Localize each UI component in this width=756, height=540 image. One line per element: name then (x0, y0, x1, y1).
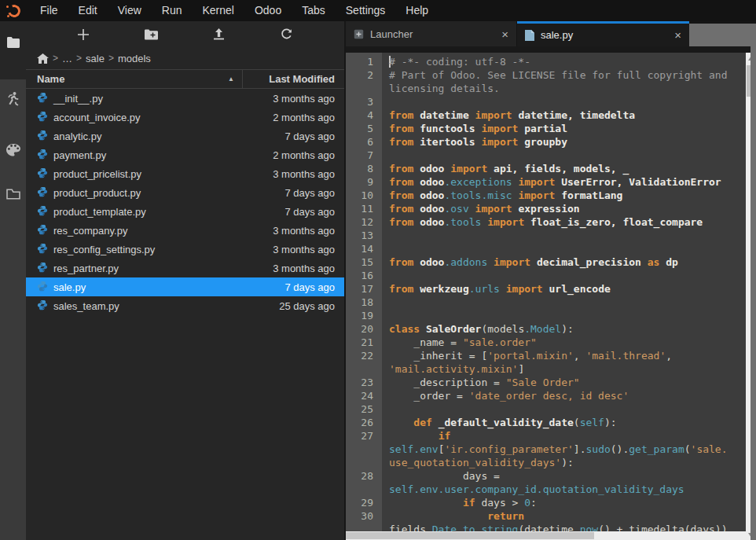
menu-item-run[interactable]: Run (152, 0, 193, 21)
tab-launcher[interactable]: Launcher× (346, 21, 517, 46)
breadcrumb-item-dots[interactable]: … (62, 53, 72, 64)
menu-item-file[interactable]: File (30, 0, 68, 21)
file-row[interactable]: res_partner.py3 months ago (26, 259, 344, 277)
line-number: 19 (346, 309, 382, 322)
file-row[interactable]: res_config_settings.py3 months ago (26, 240, 344, 259)
file-row[interactable]: sales_team.py25 days ago (26, 296, 344, 315)
refresh-icon[interactable] (276, 24, 298, 45)
palette-icon[interactable] (0, 139, 26, 161)
code-line: 11from odoo.osv import expression (346, 202, 746, 215)
home-icon[interactable] (37, 53, 49, 64)
new-folder-icon[interactable] (140, 24, 162, 45)
file-row[interactable]: analytic.py7 days ago (26, 127, 344, 145)
code-line: 6from itertools import groupby (346, 135, 746, 149)
column-name[interactable]: Name ▲ (26, 73, 242, 85)
python-file-icon (37, 130, 48, 143)
new-launcher-icon[interactable] (72, 24, 94, 45)
file-name-cell: product_pricelist.py (26, 167, 242, 181)
code-text: from odoo.addons import decimal_precisio… (382, 255, 678, 269)
file-name-cell: product_product.py (26, 186, 242, 200)
menu-item-help[interactable]: Help (395, 0, 439, 21)
code-line: use_quotation_validity_days'): (346, 456, 746, 469)
file-row[interactable]: res_company.py3 months ago (26, 221, 344, 240)
editor-panel: Launcher×sale.py× 1# -*- coding: utf-8 -… (346, 21, 756, 540)
breadcrumb-separator: > (76, 53, 82, 64)
upload-icon[interactable] (208, 24, 230, 45)
code-line: 19 (346, 309, 746, 322)
line-number: 1 (346, 55, 382, 68)
code-line: 'mail.activity.mixin'] (346, 362, 746, 376)
file-name-cell: payment.py (26, 149, 242, 162)
code-text: self.env['ir.config_parameter'].sudo().g… (382, 443, 728, 456)
menu-item-view[interactable]: View (108, 0, 152, 21)
line-number: 16 (346, 269, 382, 282)
file-name-cell: __init__.py (26, 92, 242, 105)
line-number: 7 (346, 149, 382, 162)
code-text: days = (382, 469, 500, 483)
app-logo-icon (6, 3, 22, 19)
line-number: 2 (346, 68, 382, 82)
line-number: 15 (346, 255, 382, 269)
menu-item-settings[interactable]: Settings (336, 0, 396, 21)
code-text (382, 296, 389, 309)
file-row[interactable]: product_pricelist.py3 months ago (26, 164, 344, 183)
editor-toolbar-gap (346, 46, 756, 53)
python-file-icon (37, 281, 48, 294)
close-icon[interactable]: × (501, 28, 508, 40)
file-modified: 7 days ago (242, 206, 344, 218)
menu-item-odoo[interactable]: Odoo (244, 0, 292, 21)
code-text: from werkzeug.urls import url_encode (382, 282, 611, 296)
line-number (346, 443, 382, 456)
tabs-icon[interactable] (0, 183, 26, 205)
file-row[interactable]: product_product.py7 days ago (26, 183, 344, 202)
close-icon[interactable]: × (674, 29, 681, 41)
code-line: 27 if (346, 429, 746, 443)
line-number: 3 (346, 95, 382, 108)
breadcrumb-item-sale[interactable]: sale (86, 53, 105, 64)
line-number: 29 (346, 496, 382, 509)
code-line: 9from odoo.exceptions import UserError, … (346, 175, 746, 189)
code-line: self.env['ir.config_parameter'].sudo().g… (346, 443, 746, 456)
line-number: 17 (346, 282, 382, 296)
line-number: 6 (346, 135, 382, 149)
sort-arrow-icon: ▲ (228, 75, 234, 83)
file-name-cell: res_partner.py (26, 262, 242, 275)
line-number: 21 (346, 336, 382, 349)
code-editor[interactable]: 1# -*- coding: utf-8 -*-2# Part of Odoo.… (346, 53, 756, 540)
tab-sale-py[interactable]: sale.py× (517, 21, 689, 46)
line-number: 24 (346, 389, 382, 402)
file-row[interactable]: __init__.py3 months ago (26, 89, 344, 108)
code-text (382, 229, 389, 242)
line-number: 11 (346, 202, 382, 215)
file-modified: 7 days ago (242, 130, 344, 142)
menu-item-kernel[interactable]: Kernel (192, 0, 244, 21)
line-number: 27 (346, 429, 382, 443)
file-modified: 3 months ago (242, 244, 344, 255)
breadcrumb-item-models[interactable]: models (118, 53, 151, 64)
menu-item-tabs[interactable]: Tabs (292, 0, 336, 21)
file-row[interactable]: payment.py2 months ago (26, 145, 344, 164)
file-list-header: Name ▲ Last Modified (26, 69, 344, 89)
code-text (382, 402, 389, 416)
code-line: 18 (346, 296, 746, 309)
menubar: FileEditViewRunKernelOdooTabsSettingsHel… (0, 0, 756, 21)
code-line: 26 def _default_validity_date(self): (346, 416, 746, 429)
code-line: 3 (346, 95, 746, 108)
file-row[interactable]: sale.py7 days ago (26, 277, 344, 296)
line-number: 20 (346, 322, 382, 336)
column-last-modified[interactable]: Last Modified (242, 70, 344, 89)
file-modified: 3 months ago (242, 225, 344, 237)
running-man-icon[interactable] (0, 87, 26, 109)
file-row[interactable]: account_invoice.py2 months ago (26, 108, 344, 127)
horizontal-scrollbar-thumb[interactable] (346, 532, 594, 539)
menu-item-edit[interactable]: Edit (68, 0, 108, 21)
line-number: 28 (346, 469, 382, 483)
code-text: # -*- coding: utf-8 -*- (382, 55, 530, 68)
line-number: 13 (346, 229, 382, 242)
folder-icon[interactable] (0, 31, 26, 53)
tab-label: Launcher (370, 28, 413, 40)
line-number: 9 (346, 175, 382, 189)
file-row[interactable]: product_template.py7 days ago (26, 202, 344, 221)
horizontal-scrollbar[interactable] (346, 531, 746, 540)
code-text: from odoo.tools import float_is_zero, fl… (382, 215, 703, 229)
